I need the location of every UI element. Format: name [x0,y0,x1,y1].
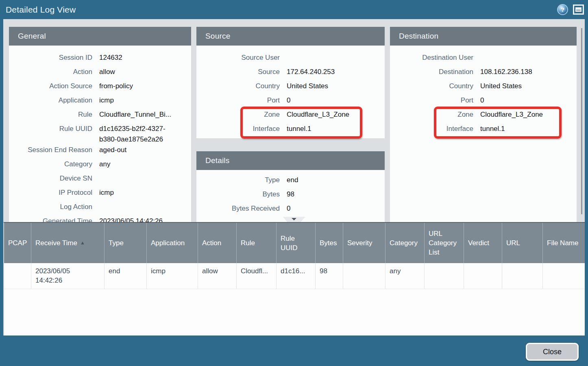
source-column: Source Source User Source172.64.240.253 … [196,27,385,222]
field-label: Source [196,67,280,77]
field-destination-user: Destination User [390,52,577,67]
field-ip-protocol: IP Protocolicmp [9,187,191,202]
column-header-bytes[interactable]: Bytes [316,223,343,263]
field-label: Session End Reason [9,145,92,155]
field-country: CountryUnited States [196,81,385,95]
field-label: Port [390,95,473,106]
column-header-application[interactable]: Application [147,223,198,263]
field-value: 0 [287,203,290,214]
column-header-file-name[interactable]: File Name [543,223,585,263]
vertical-scrollbar-thumb[interactable] [581,28,582,214]
field-value: United States [287,81,328,92]
field-log-action: Log Action [9,202,191,216]
titlebar-icons: ? [557,4,584,15]
field-label: Generated Time [9,216,92,222]
field-interface: Interfacetunnel.1 [196,124,385,138]
field-label: Action [9,67,92,77]
field-zone: ZoneCloudflare_L3_Zone [196,109,385,124]
field-port: Port0 [390,95,577,109]
field-label: Country [390,81,473,92]
cell-type: end [105,263,147,289]
field-value: 108.162.236.138 [480,67,532,77]
column-header-label: Receive Time [35,238,77,248]
destination-panel-body: Destination User Destination108.162.236.… [390,46,577,222]
general-panel: General Session ID124632 Actionallow Act… [9,27,191,222]
field-interface: Interfacetunnel.1 [390,124,577,138]
field-value: icmp [99,95,114,106]
cell-verdict [464,263,502,289]
window-restore-icon[interactable] [573,4,584,15]
destination-panel: Destination Destination User Destination… [390,27,577,222]
column-header-type[interactable]: Type [105,223,147,263]
dialog-footer: Close [0,336,588,366]
field-label: Session ID [9,52,92,63]
field-value: 0 [480,95,484,106]
field-type: Typeend [196,175,385,189]
cell-severity [343,263,385,289]
detail-panels-grid: General Session ID124632 Actionallow Act… [3,19,585,222]
field-action: Actionallow [9,67,191,81]
field-source-user: Source User [196,52,385,67]
cell-pcap [4,263,31,289]
field-zone: ZoneCloudflare_L3_Zone [390,109,577,124]
column-header-rule[interactable]: Rule [237,223,277,263]
dialog-titlebar: Detailed Log View ? [0,0,588,19]
cell-rule: Cloudfl... [237,263,277,289]
cell-receive-time: 2023/06/05 14:42:26 [31,263,105,289]
field-label: Port [196,95,280,106]
field-label: Zone [390,109,473,120]
field-value: 124632 [99,52,122,63]
chevron-down-icon [292,218,296,220]
cell-action: allow [198,263,237,289]
column-header-severity[interactable]: Severity [343,223,385,263]
column-header-pcap[interactable]: PCAP [4,223,31,263]
column-header-verdict[interactable]: Verdict [464,223,502,263]
field-application: Applicationicmp [9,95,191,109]
cell-application: icmp [147,263,198,289]
cell-file-name [543,263,585,289]
column-header-url[interactable]: URL [502,223,543,263]
field-value: 172.64.240.253 [287,67,335,77]
details-panel-header: Details [196,151,385,170]
field-value: end [287,175,298,185]
field-value: Cloudflare_L3_Zone [480,109,543,120]
column-header-action[interactable]: Action [198,223,237,263]
cell-bytes: 98 [316,263,343,289]
general-panel-body: Session ID124632 Actionallow Action Sour… [9,46,191,222]
field-label: Destination [390,67,473,77]
source-zone-highlight-group: ZoneCloudflare_L3_Zone Interfacetunnel.1 [196,109,385,138]
field-value: tunnel.1 [287,124,311,134]
field-source: Source172.64.240.253 [196,67,385,81]
table-row[interactable]: 2023/06/05 14:42:26 end icmp allow Cloud… [4,263,585,289]
field-label: Interface [390,124,473,134]
field-label: Category [9,159,92,170]
close-button[interactable]: Close [526,343,579,361]
column-header-url-category-list[interactable]: URL Category List [425,223,464,263]
column-header-rule-uuid[interactable]: Rule UUID [277,223,316,263]
field-value: 98 [287,189,294,200]
field-session-end-reason: Session End Reasonaged-out [9,145,191,159]
field-generated-time: Generated Time2023/06/05 14:42:26 [9,216,191,222]
field-value: d1c16235-b2f2-4327- b380-0ae1875e2a26 [99,124,166,145]
field-value: 2023/06/05 14:42:26 [99,216,163,222]
window-restore-icon-inner [575,7,581,12]
field-value: allow [99,67,115,77]
general-column: General Session ID124632 Actionallow Act… [9,27,191,222]
general-panel-header: General [9,27,191,46]
field-label: Log Action [9,202,92,212]
details-panel: Details Typeend Bytes98 Bytes Received0 [196,151,385,222]
dialog-title: Detailed Log View [0,5,76,15]
field-bytes: Bytes98 [196,189,385,203]
field-device-sn: Device SN [9,173,191,187]
field-value: icmp [99,187,114,198]
field-label: Action Source [9,81,92,92]
help-icon[interactable]: ? [557,4,568,15]
field-value: from-policy [99,81,133,92]
field-value: 0 [287,95,290,106]
cell-url [502,263,543,289]
column-header-category[interactable]: Category [385,223,425,263]
sort-ascending-icon: ▲ [80,238,85,248]
table-header-row: PCAP Receive Time ▲ Type Application Act… [4,223,585,263]
column-header-receive-time[interactable]: Receive Time ▲ [31,223,105,263]
log-detail-region: General Session ID124632 Actionallow Act… [3,19,585,222]
